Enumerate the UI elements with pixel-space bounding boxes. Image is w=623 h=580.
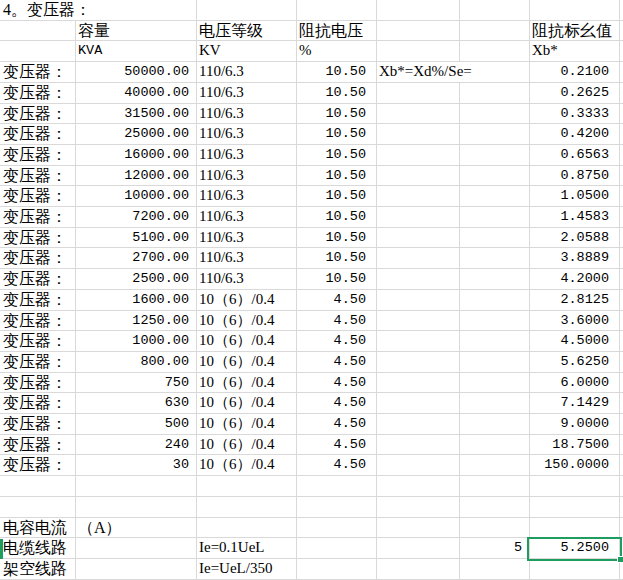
empty-cell[interactable] xyxy=(0,497,76,518)
empty-cell[interactable] xyxy=(377,476,460,497)
row-label-cell[interactable]: 变压器： xyxy=(0,311,76,332)
impedance-pu-cell[interactable]: 1.0500 xyxy=(530,186,620,207)
empty-cell[interactable] xyxy=(297,497,377,518)
formula-note-cell[interactable] xyxy=(377,269,460,290)
empty-cell[interactable] xyxy=(460,104,530,125)
empty-cell[interactable] xyxy=(460,248,530,269)
formula-note-cell[interactable] xyxy=(377,124,460,145)
empty-cell[interactable] xyxy=(0,476,76,497)
empty-cell[interactable] xyxy=(530,518,620,539)
empty-cell[interactable] xyxy=(377,497,460,518)
empty-cell[interactable] xyxy=(76,538,197,559)
empty-cell[interactable] xyxy=(460,290,530,311)
header-capacity[interactable]: 容量 xyxy=(76,21,197,42)
sheet-title-cell[interactable]: 4。变压器： xyxy=(0,0,76,21)
formula-note-cell[interactable] xyxy=(377,352,460,373)
capacity-cell[interactable]: 630 xyxy=(76,393,197,414)
voltage-level-cell[interactable]: 10（6）/0.4 xyxy=(197,414,297,435)
formula-note-cell[interactable] xyxy=(377,228,460,249)
impedance-pu-cell[interactable]: 6.0000 xyxy=(530,373,620,394)
impedance-pu-cell[interactable]: 2.0588 xyxy=(530,228,620,249)
empty-cell[interactable] xyxy=(377,538,460,559)
overhead-line-label[interactable]: 架空线路 xyxy=(0,559,76,580)
unit-xb[interactable]: Xb* xyxy=(530,41,620,62)
capacitive-current-unit[interactable]: （A） xyxy=(76,518,197,539)
empty-cell[interactable] xyxy=(197,518,297,539)
empty-cell[interactable] xyxy=(460,352,530,373)
empty-cell[interactable] xyxy=(530,497,620,518)
row-label-cell[interactable]: 变压器： xyxy=(0,228,76,249)
impedance-pu-cell[interactable]: 3.8889 xyxy=(530,248,620,269)
impedance-voltage-cell[interactable]: 4.50 xyxy=(297,393,377,414)
empty-cell[interactable] xyxy=(377,559,460,580)
cable-line-aux-value[interactable]: 5 xyxy=(460,538,530,559)
empty-cell[interactable] xyxy=(197,497,297,518)
capacity-cell[interactable]: 2500.00 xyxy=(76,269,197,290)
impedance-voltage-cell[interactable]: 4.50 xyxy=(297,455,377,476)
empty-cell[interactable] xyxy=(297,518,377,539)
formula-note-cell[interactable] xyxy=(377,290,460,311)
formula-note-cell[interactable] xyxy=(377,414,460,435)
empty-cell[interactable] xyxy=(460,145,530,166)
impedance-voltage-cell[interactable]: 4.50 xyxy=(297,331,377,352)
row-label-cell[interactable]: 变压器： xyxy=(0,62,76,83)
empty-cell[interactable] xyxy=(530,476,620,497)
capacity-cell[interactable]: 2700.00 xyxy=(76,248,197,269)
impedance-voltage-cell[interactable]: 10.50 xyxy=(297,83,377,104)
capacity-cell[interactable]: 12000.00 xyxy=(76,166,197,187)
empty-cell[interactable] xyxy=(530,559,620,580)
impedance-voltage-cell[interactable]: 10.50 xyxy=(297,145,377,166)
empty-cell[interactable] xyxy=(297,476,377,497)
impedance-pu-cell[interactable]: 150.0000 xyxy=(530,455,620,476)
formula-note-cell[interactable] xyxy=(377,455,460,476)
empty-cell[interactable] xyxy=(460,62,530,83)
empty-cell[interactable] xyxy=(460,166,530,187)
fill-handle[interactable] xyxy=(617,556,623,563)
empty-cell[interactable] xyxy=(460,124,530,145)
impedance-pu-cell[interactable]: 0.4200 xyxy=(530,124,620,145)
impedance-voltage-cell[interactable]: 10.50 xyxy=(297,228,377,249)
empty-cell[interactable] xyxy=(460,41,530,62)
capacity-cell[interactable]: 10000.00 xyxy=(76,186,197,207)
row-label-cell[interactable]: 变压器： xyxy=(0,166,76,187)
voltage-level-cell[interactable]: 10（6）/0.4 xyxy=(197,290,297,311)
empty-cell[interactable] xyxy=(460,497,530,518)
formula-note-cell[interactable] xyxy=(377,311,460,332)
header-impedance-pu[interactable]: 阻抗标幺值 xyxy=(530,21,620,42)
voltage-level-cell[interactable]: 110/6.3 xyxy=(197,145,297,166)
formula-note-cell[interactable] xyxy=(377,145,460,166)
impedance-voltage-cell[interactable]: 10.50 xyxy=(297,207,377,228)
empty-cell[interactable] xyxy=(460,0,530,21)
capacity-cell[interactable]: 30 xyxy=(76,455,197,476)
row-label-cell[interactable]: 变压器： xyxy=(0,414,76,435)
empty-cell[interactable] xyxy=(460,269,530,290)
empty-cell[interactable] xyxy=(460,393,530,414)
formula-note-cell[interactable] xyxy=(377,207,460,228)
capacity-cell[interactable]: 1000.00 xyxy=(76,331,197,352)
voltage-level-cell[interactable]: 110/6.3 xyxy=(197,124,297,145)
capacity-cell[interactable]: 1600.00 xyxy=(76,290,197,311)
formula-note-cell[interactable] xyxy=(377,104,460,125)
row-label-cell[interactable]: 变压器： xyxy=(0,393,76,414)
impedance-voltage-cell[interactable]: 10.50 xyxy=(297,269,377,290)
empty-cell[interactable] xyxy=(377,21,460,42)
empty-cell[interactable] xyxy=(460,83,530,104)
impedance-voltage-cell[interactable]: 4.50 xyxy=(297,414,377,435)
capacity-cell[interactable]: 1250.00 xyxy=(76,311,197,332)
empty-cell[interactable] xyxy=(460,455,530,476)
capacity-cell[interactable]: 750 xyxy=(76,373,197,394)
row-label-cell[interactable]: 变压器： xyxy=(0,124,76,145)
empty-cell[interactable] xyxy=(530,0,620,21)
empty-cell[interactable] xyxy=(460,373,530,394)
row-label-cell[interactable]: 变压器： xyxy=(0,331,76,352)
formula-note-cell[interactable] xyxy=(377,186,460,207)
formula-note-cell[interactable] xyxy=(377,248,460,269)
formula-note-cell[interactable] xyxy=(377,83,460,104)
impedance-pu-cell[interactable]: 1.4583 xyxy=(530,207,620,228)
impedance-pu-cell[interactable]: 5.6250 xyxy=(530,352,620,373)
empty-cell[interactable] xyxy=(0,21,76,42)
voltage-level-cell[interactable]: 110/6.3 xyxy=(197,83,297,104)
row-label-cell[interactable]: 变压器： xyxy=(0,269,76,290)
empty-cell[interactable] xyxy=(76,559,197,580)
empty-cell[interactable] xyxy=(0,41,76,62)
